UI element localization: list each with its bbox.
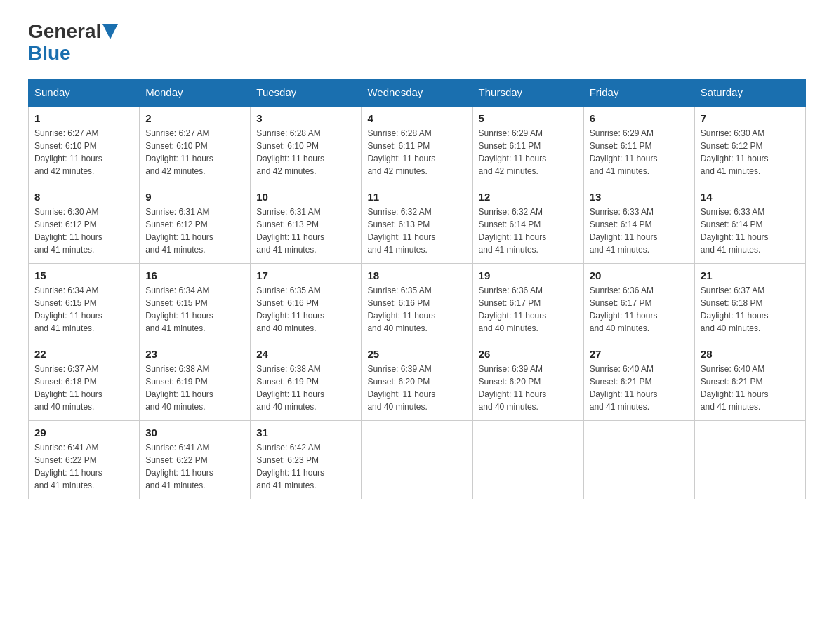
day-number: 1: [34, 112, 133, 124]
calendar-cell: 9 Sunrise: 6:31 AM Sunset: 6:12 PM Dayli…: [140, 185, 251, 264]
day-number: 7: [701, 112, 800, 124]
calendar-cell: 30 Sunrise: 6:41 AM Sunset: 6:22 PM Dayl…: [140, 421, 251, 499]
day-number: 26: [479, 348, 578, 360]
day-header-saturday: Saturday: [694, 79, 805, 107]
day-number: 22: [34, 348, 133, 360]
calendar-cell: 5 Sunrise: 6:29 AM Sunset: 6:11 PM Dayli…: [472, 106, 583, 185]
day-info: Sunrise: 6:29 AM Sunset: 6:11 PM Dayligh…: [590, 127, 689, 177]
day-number: 12: [479, 191, 578, 203]
calendar-cell: 22 Sunrise: 6:37 AM Sunset: 6:18 PM Dayl…: [29, 342, 140, 421]
day-info: Sunrise: 6:28 AM Sunset: 6:11 PM Dayligh…: [367, 127, 466, 177]
calendar-cell: 12 Sunrise: 6:32 AM Sunset: 6:14 PM Dayl…: [472, 185, 583, 264]
calendar-cell: [472, 421, 583, 499]
day-number: 11: [367, 191, 466, 203]
calendar-cell: 4 Sunrise: 6:28 AM Sunset: 6:11 PM Dayli…: [362, 106, 472, 185]
calendar-cell: 6 Sunrise: 6:29 AM Sunset: 6:11 PM Dayli…: [583, 106, 694, 185]
day-header-monday: Monday: [140, 79, 251, 107]
calendar-cell: 11 Sunrise: 6:32 AM Sunset: 6:13 PM Dayl…: [362, 185, 472, 264]
day-info: Sunrise: 6:39 AM Sunset: 6:20 PM Dayligh…: [367, 363, 466, 413]
calendar-cell: 8 Sunrise: 6:30 AM Sunset: 6:12 PM Dayli…: [29, 185, 140, 264]
day-info: Sunrise: 6:33 AM Sunset: 6:14 PM Dayligh…: [590, 206, 689, 256]
day-header-thursday: Thursday: [472, 79, 583, 107]
calendar-week-row: 22 Sunrise: 6:37 AM Sunset: 6:18 PM Dayl…: [29, 342, 806, 421]
day-header-sunday: Sunday: [29, 79, 140, 107]
day-info: Sunrise: 6:30 AM Sunset: 6:12 PM Dayligh…: [701, 127, 800, 177]
day-info: Sunrise: 6:34 AM Sunset: 6:15 PM Dayligh…: [145, 284, 244, 335]
day-info: Sunrise: 6:41 AM Sunset: 6:22 PM Dayligh…: [145, 441, 244, 492]
day-info: Sunrise: 6:27 AM Sunset: 6:10 PM Dayligh…: [145, 127, 244, 177]
calendar-week-row: 29 Sunrise: 6:41 AM Sunset: 6:22 PM Dayl…: [29, 421, 806, 499]
calendar-cell: [694, 421, 805, 499]
day-info: Sunrise: 6:41 AM Sunset: 6:22 PM Dayligh…: [34, 441, 133, 492]
day-header-wednesday: Wednesday: [362, 79, 472, 107]
calendar-cell: 25 Sunrise: 6:39 AM Sunset: 6:20 PM Dayl…: [362, 342, 472, 421]
calendar-cell: 29 Sunrise: 6:41 AM Sunset: 6:22 PM Dayl…: [29, 421, 140, 499]
calendar-cell: 10 Sunrise: 6:31 AM Sunset: 6:13 PM Dayl…: [251, 185, 362, 264]
day-info: Sunrise: 6:35 AM Sunset: 6:16 PM Dayligh…: [367, 284, 466, 335]
day-info: Sunrise: 6:36 AM Sunset: 6:17 PM Dayligh…: [479, 284, 578, 335]
calendar-week-row: 15 Sunrise: 6:34 AM Sunset: 6:15 PM Dayl…: [29, 264, 806, 342]
calendar-cell: 14 Sunrise: 6:33 AM Sunset: 6:14 PM Dayl…: [694, 185, 805, 264]
day-header-tuesday: Tuesday: [251, 79, 362, 107]
day-info: Sunrise: 6:36 AM Sunset: 6:17 PM Dayligh…: [590, 284, 689, 335]
calendar-cell: 28 Sunrise: 6:40 AM Sunset: 6:21 PM Dayl…: [694, 342, 805, 421]
day-number: 10: [256, 191, 355, 203]
calendar-cell: 17 Sunrise: 6:35 AM Sunset: 6:16 PM Dayl…: [251, 264, 362, 342]
day-info: Sunrise: 6:30 AM Sunset: 6:12 PM Dayligh…: [34, 206, 133, 256]
day-number: 13: [590, 191, 689, 203]
calendar-cell: 3 Sunrise: 6:28 AM Sunset: 6:10 PM Dayli…: [251, 106, 362, 185]
calendar-cell: 24 Sunrise: 6:38 AM Sunset: 6:19 PM Dayl…: [251, 342, 362, 421]
day-number: 6: [590, 112, 689, 124]
logo: General Blue: [28, 21, 118, 65]
day-info: Sunrise: 6:28 AM Sunset: 6:10 PM Dayligh…: [256, 127, 355, 177]
day-number: 3: [256, 112, 355, 124]
day-number: 30: [145, 427, 244, 438]
day-header-friday: Friday: [583, 79, 694, 107]
logo-triangle-icon: [102, 24, 118, 39]
day-number: 16: [145, 269, 244, 281]
calendar-cell: 16 Sunrise: 6:34 AM Sunset: 6:15 PM Dayl…: [140, 264, 251, 342]
day-number: 2: [145, 112, 244, 124]
calendar-cell: [362, 421, 472, 499]
day-info: Sunrise: 6:32 AM Sunset: 6:13 PM Dayligh…: [367, 206, 466, 256]
day-info: Sunrise: 6:37 AM Sunset: 6:18 PM Dayligh…: [34, 363, 133, 413]
calendar-cell: 31 Sunrise: 6:42 AM Sunset: 6:23 PM Dayl…: [251, 421, 362, 499]
calendar-cell: 1 Sunrise: 6:27 AM Sunset: 6:10 PM Dayli…: [29, 106, 140, 185]
day-number: 5: [479, 112, 578, 124]
day-info: Sunrise: 6:38 AM Sunset: 6:19 PM Dayligh…: [256, 363, 355, 413]
calendar-cell: 19 Sunrise: 6:36 AM Sunset: 6:17 PM Dayl…: [472, 264, 583, 342]
day-info: Sunrise: 6:40 AM Sunset: 6:21 PM Dayligh…: [701, 363, 800, 413]
calendar-cell: 13 Sunrise: 6:33 AM Sunset: 6:14 PM Dayl…: [583, 185, 694, 264]
calendar-cell: 7 Sunrise: 6:30 AM Sunset: 6:12 PM Dayli…: [694, 106, 805, 185]
svg-marker-0: [102, 24, 118, 39]
day-number: 21: [701, 269, 800, 281]
day-number: 20: [590, 269, 689, 281]
day-info: Sunrise: 6:27 AM Sunset: 6:10 PM Dayligh…: [34, 127, 133, 177]
day-info: Sunrise: 6:35 AM Sunset: 6:16 PM Dayligh…: [256, 284, 355, 335]
day-number: 19: [479, 269, 578, 281]
calendar-cell: 18 Sunrise: 6:35 AM Sunset: 6:16 PM Dayl…: [362, 264, 472, 342]
day-info: Sunrise: 6:38 AM Sunset: 6:19 PM Dayligh…: [145, 363, 244, 413]
day-number: 28: [701, 348, 800, 360]
logo-blue-text: Blue: [28, 42, 71, 64]
day-info: Sunrise: 6:32 AM Sunset: 6:14 PM Dayligh…: [479, 206, 578, 256]
day-number: 31: [256, 427, 355, 438]
day-number: 17: [256, 269, 355, 281]
calendar-cell: 27 Sunrise: 6:40 AM Sunset: 6:21 PM Dayl…: [583, 342, 694, 421]
calendar-cell: 20 Sunrise: 6:36 AM Sunset: 6:17 PM Dayl…: [583, 264, 694, 342]
calendar-header-row: SundayMondayTuesdayWednesdayThursdayFrid…: [29, 79, 806, 107]
calendar-cell: [583, 421, 694, 499]
day-info: Sunrise: 6:29 AM Sunset: 6:11 PM Dayligh…: [479, 127, 578, 177]
day-number: 24: [256, 348, 355, 360]
calendar-week-row: 1 Sunrise: 6:27 AM Sunset: 6:10 PM Dayli…: [29, 106, 806, 185]
calendar-cell: 15 Sunrise: 6:34 AM Sunset: 6:15 PM Dayl…: [29, 264, 140, 342]
day-info: Sunrise: 6:37 AM Sunset: 6:18 PM Dayligh…: [701, 284, 800, 335]
day-number: 14: [701, 191, 800, 203]
day-number: 15: [34, 269, 133, 281]
day-number: 18: [367, 269, 466, 281]
day-info: Sunrise: 6:31 AM Sunset: 6:13 PM Dayligh…: [256, 206, 355, 256]
day-number: 8: [34, 191, 133, 203]
calendar-cell: 26 Sunrise: 6:39 AM Sunset: 6:20 PM Dayl…: [472, 342, 583, 421]
day-number: 27: [590, 348, 689, 360]
day-info: Sunrise: 6:39 AM Sunset: 6:20 PM Dayligh…: [479, 363, 578, 413]
